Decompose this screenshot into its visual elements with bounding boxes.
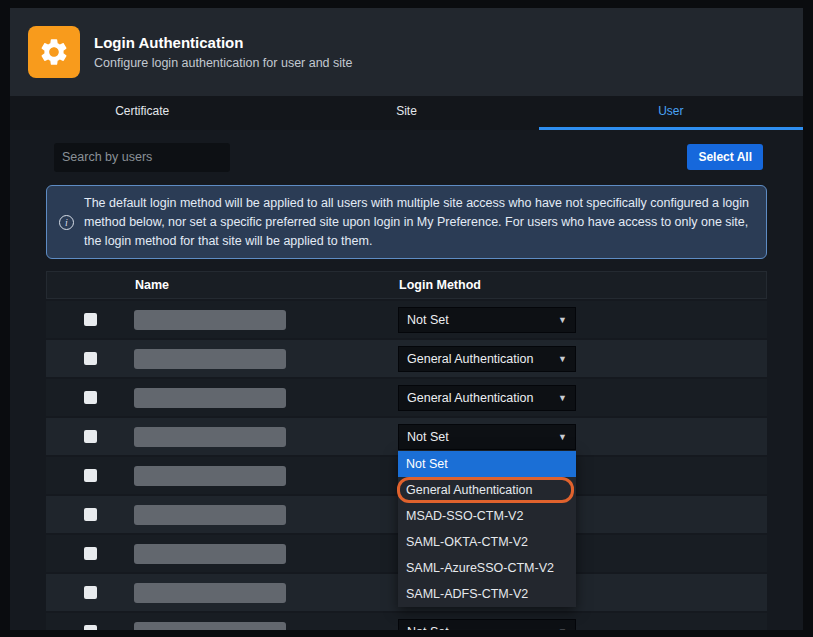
row-checkbox[interactable]: [84, 508, 97, 521]
info-icon: i: [59, 215, 74, 230]
menu-option-saml-okta[interactable]: SAML-OKTA-CTM-V2: [398, 529, 576, 555]
login-method-value: General Authentication: [407, 391, 533, 405]
column-header-name: Name: [135, 278, 389, 292]
redacted-name: [134, 544, 286, 564]
page-header-text: Login Authentication Configure login aut…: [94, 34, 353, 70]
row-checkbox[interactable]: [84, 391, 97, 404]
row-checkbox[interactable]: [84, 352, 97, 365]
redacted-name: [134, 310, 286, 330]
redacted-name: [134, 349, 286, 369]
page-header: Login Authentication Configure login aut…: [10, 8, 803, 96]
redacted-name: [134, 466, 286, 486]
login-method-select-open[interactable]: Not Set ▼: [398, 424, 576, 450]
tab-certificate[interactable]: Certificate: [10, 96, 274, 130]
info-banner: i The default login method will be appli…: [46, 185, 767, 259]
login-method-select[interactable]: General Authentication ▼: [398, 346, 576, 372]
redacted-name: [134, 427, 286, 447]
menu-option-general-authentication[interactable]: General Authentication: [398, 477, 576, 503]
login-method-dropdown-menu: Not Set General Authentication MSAD-SSO-…: [398, 451, 576, 607]
row-checkbox[interactable]: [84, 469, 97, 482]
caret-down-icon: ▼: [558, 393, 567, 403]
redacted-name: [134, 622, 286, 630]
users-table: Name Login Method Not Set ▼ General Auth…: [46, 271, 767, 630]
search-input[interactable]: [62, 150, 223, 164]
menu-option-not-set[interactable]: Not Set: [398, 451, 576, 477]
login-method-value: General Authentication: [407, 352, 533, 366]
page-subtitle: Configure login authentication for user …: [94, 56, 353, 70]
tab-user[interactable]: User: [539, 96, 803, 130]
login-method-value: Not Set: [407, 430, 449, 444]
select-all-button[interactable]: Select All: [687, 144, 763, 170]
login-method-select[interactable]: Not Set ▼: [398, 619, 576, 630]
menu-option-saml-azuresso[interactable]: SAML-AzureSSO-CTM-V2: [398, 555, 576, 581]
info-banner-text: The default login method will be applied…: [84, 194, 752, 250]
row-checkbox[interactable]: [84, 586, 97, 599]
login-method-select[interactable]: General Authentication ▼: [398, 385, 576, 411]
caret-down-icon: ▼: [558, 354, 567, 364]
row-checkbox[interactable]: [84, 625, 97, 630]
tab-site[interactable]: Site: [274, 96, 538, 130]
table-row: Not Set ▼ Not Set General Authentication…: [46, 418, 767, 455]
row-checkbox[interactable]: [84, 313, 97, 326]
row-checkbox[interactable]: [84, 547, 97, 560]
caret-down-icon: ▼: [558, 627, 567, 630]
login-method-value: Not Set: [407, 625, 449, 630]
row-checkbox[interactable]: [84, 430, 97, 443]
page-title: Login Authentication: [94, 34, 353, 51]
menu-option-label: General Authentication: [406, 483, 532, 497]
table-row: General Authentication ▼: [46, 340, 767, 377]
toolbar: Select All: [10, 142, 803, 172]
table-row: Not Set ▼: [46, 613, 767, 630]
redacted-name: [134, 583, 286, 603]
gear-icon: [28, 26, 80, 78]
menu-option-msad-sso[interactable]: MSAD-SSO-CTM-V2: [398, 503, 576, 529]
login-method-value: Not Set: [407, 313, 449, 327]
tabbar: Certificate Site User: [10, 96, 803, 130]
table-row: General Authentication ▼: [46, 379, 767, 416]
login-authentication-panel: Login Authentication Configure login aut…: [10, 8, 803, 630]
redacted-name: [134, 505, 286, 525]
table-header: Name Login Method: [46, 271, 767, 299]
table-row: Not Set ▼: [46, 301, 767, 338]
redacted-name: [134, 388, 286, 408]
menu-option-saml-adfs[interactable]: SAML-ADFS-CTM-V2: [398, 581, 576, 607]
column-header-login-method: Login Method: [389, 278, 766, 292]
search-box[interactable]: [54, 143, 230, 172]
caret-down-icon: ▼: [558, 315, 567, 325]
login-method-select[interactable]: Not Set ▼: [398, 307, 576, 333]
caret-down-icon: ▼: [558, 432, 567, 442]
